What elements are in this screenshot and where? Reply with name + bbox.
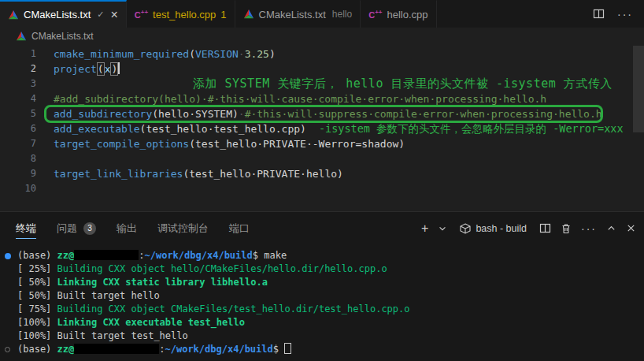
editor-lines: 1cmake_minimum_required(VERSION·3.25)2pr… [0, 44, 644, 196]
terminal-text: : [159, 344, 165, 355]
cmake-file-icon [243, 9, 254, 20]
new-terminal-dropdown-icon[interactable] [438, 224, 447, 233]
terminal-text: $ [273, 344, 284, 355]
panel-tab-label: 调试控制台 [157, 221, 209, 236]
panel-tab-终端[interactable]: 终端 [16, 212, 36, 244]
terminal-text: [ 75%] [17, 303, 57, 314]
terminal-text: Linking CXX executable test_hello [57, 317, 245, 328]
tab-description: hello [332, 9, 352, 20]
panel-tab-输出[interactable]: 输出 [117, 212, 137, 244]
code-line[interactable]: 3添加 SYSTEM 关键字后， hello 目录里的头文件被 -isystem… [0, 76, 644, 91]
code-token: ) [300, 123, 306, 135]
code-token: project [54, 63, 97, 75]
line-content: 添加 SYSTEM 关键字后， hello 目录里的头文件被 -isystem … [36, 76, 613, 91]
tab-hello-cpp[interactable]: C++hello.cpp [361, 0, 436, 28]
code-token: ( [152, 108, 158, 120]
panel-more-actions-icon[interactable]: ··· [581, 222, 597, 235]
panel-tab-label: 问题 [57, 221, 77, 236]
code-token: ) [269, 48, 276, 60]
line-number: 4 [0, 91, 36, 106]
redaction-block [74, 344, 159, 354]
tab-problem-count-badge: 1 [220, 9, 226, 20]
line-content [36, 151, 54, 166]
terminal-output[interactable]: (base) zz@:~/work/dbg/x4/build$ make[ 25… [0, 244, 644, 356]
new-terminal-button[interactable]: + [421, 221, 428, 236]
more-actions-icon[interactable]: ··· [617, 8, 633, 20]
line-number: 7 [0, 136, 36, 151]
code-token: · [239, 48, 245, 60]
tab-close-icon[interactable]: × [110, 9, 117, 20]
terminal-line: [ 50%] Built target hello [0, 289, 644, 303]
code-token: cmake_minimum_required [54, 48, 189, 60]
cpp-file-icon: C++ [368, 9, 382, 20]
panel-tab-端口[interactable]: 端口 [229, 212, 250, 244]
terminal-text: ~/work/dbg/x4/build [165, 344, 273, 355]
tab-label: test_hello.cpp [153, 9, 216, 20]
line-number: 8 [0, 151, 36, 166]
terminal-text: Building CXX object CMakeFiles/test_hell… [57, 303, 410, 314]
editor-scrollbar[interactable] [633, 46, 644, 132]
breadcrumb[interactable]: CMakeLists.txt [0, 28, 644, 44]
terminal-line: [ 50%] Linking CXX static library libhel… [0, 276, 644, 289]
problems-count-badge: 3 [83, 222, 96, 235]
code-token: ) [232, 108, 239, 120]
code-line[interactable]: 9target_link_libraries(test_hello·PRIVAT… [0, 166, 644, 181]
terminal-text: (base) [17, 344, 57, 355]
code-token: ) [110, 62, 118, 76]
maximize-panel-chevron-icon[interactable] [606, 223, 616, 233]
code-token: hello·SYSTEM [158, 108, 232, 120]
terminal-text: [100%] Built target test_hello [17, 330, 188, 341]
code-line[interactable]: 7target_compile_options(test_hello·PRIVA… [0, 136, 644, 151]
code-line[interactable]: 2project(x) [0, 61, 644, 76]
line-number: 5 [0, 106, 36, 121]
terminal-text: $ make [253, 250, 287, 261]
terminal-text: : [139, 250, 144, 261]
line-content: cmake_minimum_required(VERSION·3.25) [36, 47, 276, 61]
terminal-cursor [284, 343, 291, 354]
code-token: ( [189, 48, 195, 60]
cpp-file-icon: C++ [135, 9, 148, 20]
tab-cmakelists-txt-hello[interactable]: CMakeLists.txthello [235, 0, 361, 28]
terminal-session-label: bash - build [476, 223, 527, 234]
terminal-session-item[interactable]: bash - build [460, 223, 527, 234]
panel-tab-label: 端口 [229, 221, 250, 236]
code-line[interactable]: 6add_executable(test_hello·test_hello.cp… [0, 121, 644, 136]
command-decoration-hollow-icon[interactable] [5, 347, 10, 352]
terminal-text: ~/work/dbg/x4/build [145, 250, 253, 261]
code-token: test_hello·test_hello.cpp [146, 123, 300, 135]
command-decoration-filled-icon[interactable] [5, 253, 11, 259]
code-line[interactable]: 8 [0, 151, 644, 166]
terminal-line: (base) zz@:~/work/dbg/x4/build$ make [0, 249, 644, 262]
code-token: #·this·will·suppress·compile·error·when·… [245, 108, 602, 120]
annotation-text: 添加 SYSTEM 关键字后， hello 目录里的头文件被 -isystem … [193, 76, 613, 91]
code-line[interactable]: 4#add_subdirectory(hello)·#·this·will·ca… [0, 91, 644, 106]
close-panel-icon[interactable] [626, 223, 636, 233]
code-line[interactable]: 1cmake_minimum_required(VERSION·3.25) [0, 47, 644, 61]
tab-cmakelists-txt-active[interactable]: CMakeLists.txt✓× [0, 0, 127, 28]
tab-test-hello-cpp[interactable]: C++test_hello.cpp1 [127, 0, 235, 28]
terminal-text: (base) [17, 250, 57, 261]
terminal-text: [ 50%] [17, 277, 57, 288]
panel-tab-调试控制台[interactable]: 调试控制台 [157, 212, 209, 244]
code-editor[interactable]: 1cmake_minimum_required(VERSION·3.25)2pr… [0, 44, 644, 211]
code-token: add_subdirectory [54, 108, 152, 120]
code-token: test_hello·PRIVATE·hello [189, 168, 337, 180]
panel-tab-问题[interactable]: 问题3 [57, 212, 96, 244]
line-number: 3 [0, 76, 36, 91]
panel-header: 终端问题3输出调试控制台端口 + bash - build [0, 212, 644, 244]
kill-terminal-trash-icon[interactable] [561, 223, 572, 234]
line-content: target_compile_options(test_hello·PRIVAT… [36, 136, 405, 151]
code-line[interactable]: 10 [0, 181, 644, 196]
panel-tab-label: 输出 [117, 221, 137, 236]
line-number: 2 [0, 61, 36, 76]
line-number: 6 [0, 121, 36, 136]
terminal-text: zz@ [57, 344, 75, 355]
code-token: VERSION [195, 48, 239, 60]
line-number: 10 [0, 181, 36, 196]
code-line[interactable]: 5add_subdirectory(hello·SYSTEM)·#·this·w… [0, 106, 644, 121]
split-terminal-icon[interactable] [539, 222, 551, 234]
panel-tab-strip: 终端问题3输出调试控制台端口 [16, 212, 270, 244]
redaction-block [74, 250, 139, 260]
split-editor-icon[interactable] [593, 8, 605, 20]
code-token: add_executable [54, 123, 140, 135]
